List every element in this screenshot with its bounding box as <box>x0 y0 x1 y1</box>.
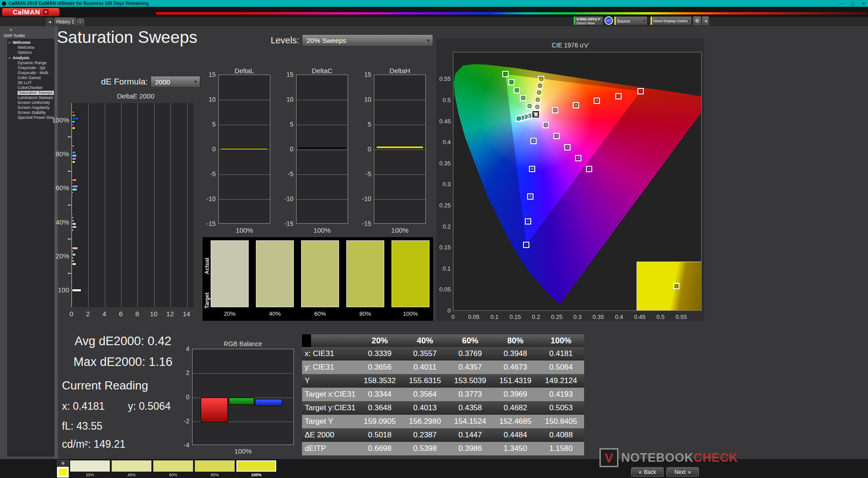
meter-name: X-Rite i1Pro 2 <box>576 17 600 21</box>
sidebar-item-colorchecker[interactable]: ColorChecker <box>8 86 54 90</box>
chevron-down-icon: ▼ <box>426 38 430 43</box>
meter-dropdown[interactable]: X-Rite i1Pro 2 Direct View ▼ <box>573 16 603 25</box>
table-cell: 0.4011 <box>402 361 448 374</box>
table-cell: 0.2387 <box>402 428 448 442</box>
table-cell: 0.3948 <box>493 347 538 361</box>
meter-read-button[interactable] <box>57 460 69 466</box>
sidebar-item-dynamic-range[interactable]: Dynamic Range <box>8 61 54 65</box>
table-cell: 159.0905 <box>357 415 402 428</box>
actual-label: Actual <box>204 243 210 274</box>
current-fl-value: fL: 43.55 <box>62 420 103 432</box>
cie-measured-marker <box>574 103 578 107</box>
table-cell: 0.4682 <box>493 401 538 415</box>
table-cell: 0.4484 <box>493 428 538 442</box>
patch-label-20%: 20% <box>70 473 110 477</box>
next-button[interactable]: Next » <box>666 467 699 477</box>
sidebar-collapse-button[interactable]: ◀ <box>46 18 53 26</box>
avg-de-stat: Avg dE2000: 0.42 <box>62 334 184 348</box>
de-formula-dropdown[interactable]: 2000 ▼ <box>151 76 200 88</box>
maximize-icon[interactable]: ▢ <box>851 1 855 6</box>
chevron-down-icon: ▼ <box>193 80 198 84</box>
selected-item-highlight[interactable]: Saturation Sweeps <box>18 91 54 95</box>
table-cell: 0.3557 <box>402 347 448 361</box>
table-cell: 0.4013 <box>402 401 448 415</box>
table-cell: 0.5398 <box>402 442 448 455</box>
meter-dot-icon <box>61 462 65 465</box>
patch-color-20% <box>70 460 110 472</box>
table-cell: 0.4193 <box>538 388 584 401</box>
cie-chart <box>453 52 702 311</box>
gear-icon[interactable]: ⚙ <box>693 16 701 25</box>
deltal-chart <box>218 75 270 224</box>
deltal-x-label: 100% <box>218 226 270 234</box>
cie-measured-marker <box>509 80 514 84</box>
sidebar-item-screen-angularity[interactable]: Screen Angularity <box>8 106 54 110</box>
minimize-icon[interactable]: — <box>840 1 844 6</box>
levels-dropdown[interactable]: 20% Sweeps ▼ <box>302 34 433 47</box>
cie-measured-marker <box>595 98 599 103</box>
cie-measured-marker <box>553 108 557 112</box>
sidebar-group-analysis[interactable]: ▾Analysis <box>8 56 54 60</box>
patch-label-60%: 60% <box>153 473 193 477</box>
sidebar-item-grayscale-multi[interactable]: Grayscale - Multi <box>8 71 54 75</box>
table-cell: 155.6315 <box>402 374 448 388</box>
table-cell: 0.4358 <box>448 401 493 415</box>
rgb-balance-title: RGB Balance <box>192 340 294 347</box>
rgb-balance-bar-blue <box>255 399 282 407</box>
expander-icon[interactable]: ▾ <box>9 41 10 45</box>
table-col-header-40%: 40% <box>402 334 448 347</box>
max-de-stat: Max dE2000: 1.16 <box>62 355 184 369</box>
back-label: Back <box>644 469 656 475</box>
calman-menu-button[interactable]: CalMAN ▼ <box>2 8 60 16</box>
swatch-80% <box>346 240 384 307</box>
logo-bar: CalMAN ▼ <box>0 7 868 17</box>
sidebar-item-color-gamut[interactable]: Color Gamut <box>8 76 54 80</box>
sidebar-item-luminance-sweeps[interactable]: Luminance Sweeps <box>8 96 54 100</box>
calman-window: CalMAN 2019 CalMAN Ultimate for Business… <box>0 0 868 478</box>
source-dropdown[interactable]: Source ▼ <box>614 16 647 25</box>
table-row-label: ΔE 2000 <box>305 428 357 442</box>
table-row-label: Target y:CIE31 <box>305 401 357 415</box>
table-cell: 0.3969 <box>493 388 538 401</box>
next-label: Next <box>675 469 686 475</box>
panel-collapse-button[interactable]: ◀ <box>702 16 709 25</box>
patch-color-100% <box>236 460 276 472</box>
display-control-dropdown[interactable]: Direct Display Control ▼ <box>650 16 692 25</box>
deltae-chart-title: DeltaE 2000 <box>70 92 201 100</box>
table-cell: 0.4673 <box>493 361 538 374</box>
de-formula-label: dE Formula: <box>93 77 148 87</box>
current-cdm2-value: cd/m²: 149.21 <box>62 438 126 450</box>
rgb-balance-bar-red <box>201 398 228 423</box>
table-row-label: Target x:CIE31 <box>305 388 357 401</box>
display-control-status-bar <box>651 17 652 25</box>
meter-badge[interactable]: 237 <box>604 16 613 25</box>
cie-measured-marker <box>530 167 534 171</box>
sidebar-item-options[interactable]: Options <box>8 51 54 55</box>
deltah-chart-title: DeltaH <box>360 67 439 75</box>
sidebar-splitter[interactable] <box>54 26 58 459</box>
sidebar-item-screen-uniformity[interactable]: Screen Uniformity <box>8 101 54 105</box>
close-icon[interactable]: ✕ <box>862 1 865 6</box>
tab-history-1[interactable]: History 1 <box>54 18 76 26</box>
workflow-icon[interactable] <box>9 28 13 32</box>
current-patch-preview <box>57 467 69 478</box>
add-tab-button[interactable]: + <box>77 19 84 26</box>
table-col-header-60%: 60% <box>448 334 493 347</box>
table-cell: 0.3344 <box>357 388 402 401</box>
sidebar-item-grayscale-2pt[interactable]: Grayscale - 2pt <box>8 66 54 70</box>
display-control-label: Direct Display Control <box>653 19 688 23</box>
expander-icon[interactable]: ▾ <box>9 56 10 60</box>
chevron-down-icon: ▼ <box>642 19 646 23</box>
sidebar-item-welcome[interactable]: Welcome <box>8 46 54 50</box>
chevron-down-icon: ▼ <box>687 19 690 23</box>
back-button[interactable]: « Back <box>631 467 664 477</box>
sidebar-item-saturation-sweeps[interactable]: Saturation Sweeps <box>8 91 54 95</box>
sidebar-item-screen-stability[interactable]: Screen Stability <box>8 111 54 115</box>
sidebar-group-welcome[interactable]: ▾Welcome <box>8 41 54 45</box>
sidebar-item-3d-lut[interactable]: 3D LUT <box>8 81 54 85</box>
chevron-down-icon: ▼ <box>598 19 601 23</box>
back-icon: « <box>639 469 642 475</box>
meter-status-bar <box>574 17 575 25</box>
titlebar: CalMAN 2019 CalMAN Ultimate for Business… <box>0 0 868 7</box>
swatch-60% <box>301 240 339 307</box>
